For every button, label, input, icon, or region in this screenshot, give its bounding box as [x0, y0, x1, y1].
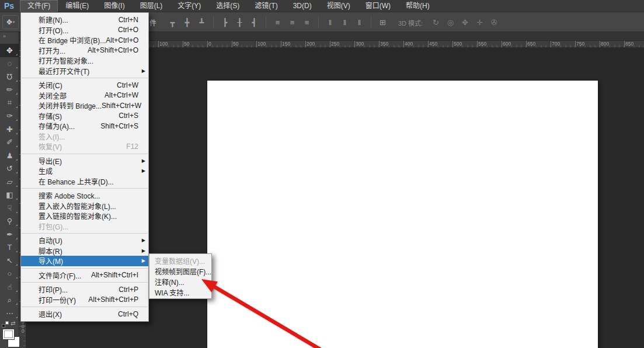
file-menu-item[interactable]: 在 Bridge 中浏览(B)...Alt+Ctrl+O	[21, 35, 148, 46]
move-tool[interactable]: ✥	[0, 44, 19, 57]
distribute-right-edges-icon[interactable]: ‖	[352, 18, 367, 27]
menu-item-label: 打印一份(Y)	[39, 295, 88, 305]
align-vertical-centers-icon[interactable]: ╋	[180, 18, 194, 27]
menu-separator	[22, 282, 148, 283]
menubar-item[interactable]: 滤镜(T)	[247, 0, 285, 12]
menubar-item[interactable]: 编辑(E)	[58, 0, 96, 12]
align-right-edges-icon[interactable]: ┫	[247, 18, 262, 27]
distribute-bottom-edges-icon[interactable]: ≡	[300, 18, 314, 27]
file-menu-item[interactable]: 存储(S)Ctrl+S	[21, 111, 148, 121]
menu-item-label: 自动(U)	[39, 235, 138, 245]
menubar-item[interactable]: 文件(F)	[20, 0, 58, 12]
align-left-edges-icon[interactable]: ┣	[218, 18, 232, 27]
import-submenu-item[interactable]: 注释(N)...	[149, 276, 211, 287]
3d-roll-icon[interactable]: ◎	[443, 18, 458, 27]
default-colors-icon[interactable]	[2, 321, 9, 328]
menubar-item[interactable]: 帮助(H)	[398, 0, 437, 12]
gradient-tool[interactable]: ◧	[0, 189, 19, 202]
import-submenu-item[interactable]: WIA 支持...	[149, 287, 211, 297]
marquee-tool[interactable]: ◌	[0, 57, 19, 71]
file-menu-item[interactable]: 签入(I)...	[21, 131, 148, 142]
menubar-item[interactable]: 窗口(W)	[358, 0, 398, 12]
distribute-left-edges-icon[interactable]: ‖	[323, 18, 337, 27]
toolbar-collapse-button[interactable]: »	[0, 32, 19, 40]
file-menu-item[interactable]: 自动(U)▶	[21, 235, 148, 246]
file-menu-item[interactable]: 打开为...Alt+Shift+Ctrl+O	[21, 46, 148, 56]
menu-item-label: 关闭全部	[39, 91, 105, 100]
document-canvas[interactable]	[207, 81, 598, 348]
file-menu-item[interactable]: 置入链接的智能对象(K)...	[21, 211, 148, 221]
align-bottom-edges-icon[interactable]: ┻	[194, 18, 209, 27]
crop-tool[interactable]: ⌗	[0, 96, 19, 110]
distribute-top-edges-icon[interactable]: ≡	[270, 18, 285, 27]
swap-colors-icon[interactable]: ⇄	[11, 320, 15, 326]
lasso-tool[interactable]: ℧	[0, 70, 19, 83]
eyedropper-tool[interactable]: ✑	[0, 110, 19, 123]
distribute-vertical-centers-icon[interactable]: ≡	[285, 18, 300, 27]
file-menu-item[interactable]: 在 Behance 上共享(D)...	[21, 176, 148, 187]
3d-zoom-icon[interactable]: ✇	[487, 18, 502, 27]
type-tool[interactable]: T	[0, 241, 19, 255]
file-menu-item[interactable]: 打印(P)...Ctrl+P	[21, 284, 148, 295]
file-menu-item[interactable]: 脚本(R)▶	[21, 246, 148, 256]
edit-toolbar-icon[interactable]: ⋯	[0, 307, 19, 320]
history-brush-tool[interactable]: ↺	[0, 162, 19, 176]
ruler-label: 750	[576, 41, 584, 47]
file-menu-item[interactable]: 置入嵌入的智能对象(L)...	[21, 201, 148, 211]
file-menu-item[interactable]: 打开(O)...Ctrl+O	[21, 25, 148, 36]
menubar-item[interactable]: 选择(S)	[208, 0, 247, 12]
menubar-item[interactable]: 文字(Y)	[170, 0, 208, 12]
dodge-tool[interactable]: ⚲	[0, 215, 19, 228]
menu-item-label: 打开(O)...	[39, 25, 118, 35]
smudge-tool[interactable]: ☟	[0, 201, 19, 215]
3d-slide-icon[interactable]: ✛	[472, 18, 487, 27]
file-menu-item[interactable]: 导入(M)▶	[21, 256, 148, 266]
file-menu-item[interactable]: 生成▶	[21, 166, 148, 176]
menu-item-label: 脚本(R)	[39, 246, 138, 256]
pen-tool[interactable]: ✒	[0, 228, 19, 241]
align-horizontal-centers-icon[interactable]: ╂	[232, 18, 247, 27]
file-menu-item[interactable]: 存储为(A)...Shift+Ctrl+S	[21, 121, 148, 131]
zoom-tool[interactable]: ⌕	[0, 294, 19, 307]
tool-preset-button[interactable]: ✥ ▾	[2, 15, 19, 29]
menubar-item[interactable]: 视图(V)	[319, 0, 358, 12]
file-menu-item[interactable]: 关闭(C)Ctrl+W	[21, 80, 148, 91]
hand-tool[interactable]: ☝	[0, 280, 19, 294]
file-menu-item[interactable]: 打包(G)...	[21, 221, 148, 232]
file-menu-item[interactable]: 关闭全部Alt+Ctrl+W	[21, 91, 148, 101]
healing-brush-tool[interactable]: ✚	[0, 123, 19, 136]
auto-align-layers-icon[interactable]: ⊞	[375, 18, 390, 27]
file-menu-item[interactable]: 搜索 Adobe Stock...	[21, 190, 148, 201]
file-menu-item[interactable]: 新建(N)...Ctrl+N	[21, 15, 148, 25]
clone-stamp-tool[interactable]: ♟	[0, 149, 19, 162]
file-menu-item[interactable]: 打开为智能对象...	[21, 55, 148, 66]
distribute-horizontal-centers-icon[interactable]: ‖	[337, 18, 352, 27]
align-top-edges-icon[interactable]: ┳	[165, 18, 180, 27]
file-menu-item[interactable]: 导出(E)▶	[21, 156, 148, 166]
file-menu-item[interactable]: 打印一份(Y)Alt+Shift+Ctrl+P	[21, 295, 148, 305]
file-menu-item[interactable]: 关闭并转到 Bridge...Shift+Ctrl+W	[21, 100, 148, 111]
file-menu-item[interactable]: 退出(X)Ctrl+Q	[21, 309, 148, 319]
foreground-color-swatch[interactable]	[2, 329, 15, 340]
menu-item-label: 置入嵌入的智能对象(L)...	[39, 201, 138, 211]
3d-orbit-icon[interactable]: ↻	[429, 18, 443, 27]
3d-pan-icon[interactable]: ✥	[458, 18, 472, 27]
menubar-item[interactable]: 图层(L)	[133, 0, 170, 12]
file-menu-item[interactable]: 恢复(V)F12	[21, 141, 148, 152]
menu-item-shortcut: Alt+Shift+Ctrl+I	[91, 271, 138, 279]
import-submenu-item[interactable]: 变量数据组(V)...	[149, 255, 211, 266]
path-selection-tool[interactable]: ↖	[0, 254, 19, 267]
file-menu-item[interactable]: 最近打开文件(T)▶	[21, 66, 148, 76]
ruler-label: 500	[454, 41, 462, 47]
quick-selection-tool[interactable]: ✏	[0, 83, 19, 97]
shape-tool[interactable]: ○	[0, 267, 19, 281]
import-submenu-item[interactable]: 视频帧到图层(F)...	[149, 266, 211, 276]
menu-separator	[22, 188, 148, 189]
menu-item-label: 文件简介(F)...	[39, 270, 91, 280]
file-menu-item[interactable]: 文件简介(F)...Alt+Shift+Ctrl+I	[21, 270, 148, 281]
import-submenu: 变量数据组(V)...视频帧到图层(F)...注释(N)...WIA 支持...	[149, 253, 212, 299]
brush-tool[interactable]: ✐	[0, 136, 19, 149]
menubar-item[interactable]: 图像(I)	[96, 0, 132, 12]
menubar-item[interactable]: 3D(D)	[286, 0, 319, 12]
eraser-tool[interactable]: ▱	[0, 175, 19, 189]
